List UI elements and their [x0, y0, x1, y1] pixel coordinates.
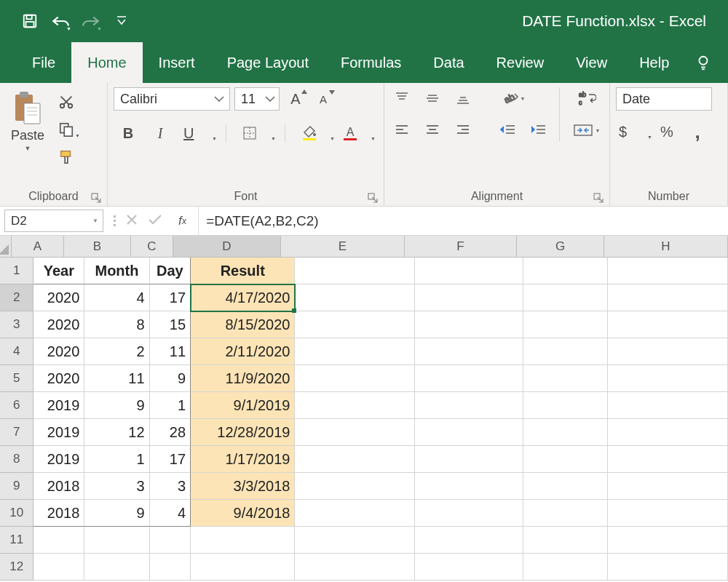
chevron-down-icon[interactable]: ▼: [25, 145, 31, 152]
cell[interactable]: [523, 527, 608, 554]
cell[interactable]: [415, 365, 523, 392]
undo-button[interactable]: ▼: [45, 7, 76, 36]
cell[interactable]: [295, 284, 415, 311]
cell[interactable]: [84, 554, 149, 581]
cell[interactable]: [608, 311, 728, 338]
cell[interactable]: [415, 258, 523, 284]
align-bottom-button[interactable]: [451, 87, 475, 109]
cell[interactable]: 2019: [33, 392, 84, 419]
cell[interactable]: [415, 554, 523, 581]
cell[interactable]: [415, 500, 523, 527]
cell[interactable]: Result: [191, 258, 295, 284]
cell[interactable]: [608, 365, 728, 392]
cut-button[interactable]: [54, 92, 79, 112]
cell[interactable]: 3/3/2018: [191, 473, 295, 500]
cell[interactable]: 17: [150, 446, 191, 473]
cell[interactable]: [295, 527, 415, 554]
bold-button[interactable]: B: [116, 122, 140, 144]
cell[interactable]: [523, 338, 608, 365]
dialog-launcher-font[interactable]: [368, 193, 379, 204]
row-header[interactable]: 8: [0, 446, 33, 473]
row-header[interactable]: 3: [0, 311, 33, 338]
cell[interactable]: [415, 311, 523, 338]
cell[interactable]: [608, 554, 728, 581]
cell[interactable]: [295, 338, 415, 365]
italic-button[interactable]: I: [149, 122, 172, 144]
cell[interactable]: [608, 473, 728, 500]
cell[interactable]: [523, 284, 608, 311]
cell[interactable]: [295, 500, 415, 527]
cell[interactable]: 12/28/2019: [191, 419, 295, 446]
cell[interactable]: 2: [84, 338, 149, 365]
tab-help[interactable]: Help: [623, 42, 685, 83]
col-header-F[interactable]: F: [405, 236, 517, 258]
cell[interactable]: [523, 500, 608, 527]
cell[interactable]: 28: [150, 419, 191, 446]
cell[interactable]: 2019: [33, 446, 84, 473]
cell[interactable]: [295, 473, 415, 500]
cell[interactable]: 9/1/2019: [191, 392, 295, 419]
cell[interactable]: [415, 284, 523, 311]
comma-button[interactable]: ,: [686, 121, 709, 143]
col-header-H[interactable]: H: [604, 236, 728, 258]
cell[interactable]: [608, 258, 728, 284]
cell[interactable]: 2020: [33, 284, 84, 311]
cell[interactable]: 1: [84, 446, 149, 473]
cell[interactable]: [33, 527, 84, 554]
cell[interactable]: [150, 527, 191, 554]
paste-button[interactable]: Paste ▼: [6, 87, 50, 167]
tab-formulas[interactable]: Formulas: [325, 42, 417, 83]
cell[interactable]: [523, 473, 608, 500]
cell[interactable]: 4: [84, 284, 149, 311]
cell[interactable]: [295, 311, 415, 338]
cell[interactable]: [415, 338, 523, 365]
cell[interactable]: [523, 365, 608, 392]
increase-indent-button[interactable]: [527, 119, 550, 141]
cell[interactable]: [33, 554, 84, 581]
cell[interactable]: [295, 419, 415, 446]
cell[interactable]: [523, 554, 608, 581]
cell[interactable]: [523, 392, 608, 419]
select-all-corner[interactable]: [0, 236, 12, 258]
cell[interactable]: 2018: [33, 500, 84, 527]
dialog-launcher-alignment[interactable]: [593, 193, 605, 204]
cell[interactable]: [608, 446, 728, 473]
align-top-button[interactable]: [390, 87, 414, 109]
cell[interactable]: 9/4/2018: [191, 500, 295, 527]
copy-button[interactable]: ▼: [54, 119, 79, 140]
row-header[interactable]: 11: [0, 527, 33, 554]
cell[interactable]: 8: [84, 311, 149, 338]
col-header-G[interactable]: G: [517, 236, 604, 258]
tab-data[interactable]: Data: [417, 42, 480, 83]
cell[interactable]: [415, 419, 523, 446]
cell[interactable]: Month: [84, 258, 149, 284]
accounting-format-button[interactable]: $▼: [616, 121, 648, 143]
col-header-B[interactable]: B: [64, 236, 131, 258]
cell[interactable]: 9: [84, 392, 149, 419]
formula-input[interactable]: =DATE(A2,B2,C2): [199, 207, 728, 235]
tab-insert[interactable]: Insert: [143, 42, 211, 83]
align-middle-button[interactable]: [421, 87, 444, 109]
tab-home[interactable]: Home: [71, 42, 142, 83]
cell[interactable]: 2020: [33, 365, 84, 392]
save-button[interactable]: [15, 7, 45, 36]
font-name-combo[interactable]: Calibri: [114, 87, 230, 111]
cell[interactable]: [415, 446, 523, 473]
align-center-button[interactable]: [421, 119, 444, 141]
cell[interactable]: [150, 554, 191, 581]
cell[interactable]: 9: [84, 500, 149, 527]
name-box[interactable]: D2 ▼: [4, 210, 103, 232]
borders-button[interactable]: ▼: [240, 122, 272, 144]
tell-me-button[interactable]: [685, 42, 721, 83]
cell[interactable]: [295, 365, 415, 392]
cell[interactable]: [295, 554, 415, 581]
cell[interactable]: 3: [150, 473, 191, 500]
cell[interactable]: 11: [84, 365, 149, 392]
cell[interactable]: 9: [150, 365, 191, 392]
cell[interactable]: [608, 500, 728, 527]
cell-active[interactable]: 4/17/2020: [191, 284, 295, 311]
col-header-C[interactable]: C: [131, 236, 173, 258]
tab-page-layout[interactable]: Page Layout: [211, 42, 325, 83]
insert-function-button[interactable]: fx: [173, 214, 192, 228]
number-format-combo[interactable]: Date: [616, 87, 712, 111]
